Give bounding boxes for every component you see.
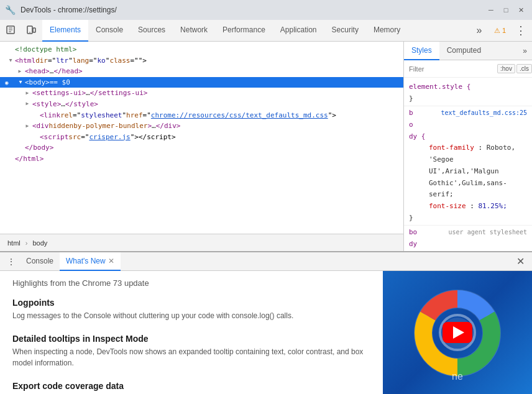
html-eq2c: " [106, 55, 110, 66]
devtools-icon: 🔧 [5, 5, 16, 15]
link-eq2: =" [143, 110, 151, 121]
css-selector-dy: dy { [409, 132, 426, 140]
close-bottom-panel-button[interactable]: ✕ [511, 255, 530, 267]
css-selector-element-style: element.style { [409, 83, 470, 91]
devtools-container: Elements Console Sources Network Perform… [0, 20, 532, 394]
tab-whats-new-close[interactable]: ✕ [108, 257, 114, 265]
tab-security[interactable]: Security [324, 20, 366, 42]
html-eq1c: " [68, 55, 73, 66]
css-rule-user-agent: bo user agent stylesheet dy { display : … [404, 226, 532, 251]
computed-tab[interactable]: Computed [439, 42, 488, 60]
device-toolbar-button[interactable] [22, 22, 40, 39]
user-agent-label: user agent stylesheet [449, 227, 527, 237]
warning-badge[interactable]: ⚠ 1 [490, 25, 510, 36]
tab-network[interactable]: Network [173, 20, 215, 42]
styles-more-button[interactable]: » [518, 47, 532, 55]
gutter-settings-ui[interactable]: ▶ [22, 89, 32, 98]
bottom-tab-menu-button[interactable]: ⋮ [2, 253, 20, 270]
head-tag: <head> [25, 66, 50, 77]
triangle-settings-ui: ▶ [26, 89, 29, 98]
tab-sources-label: Sources [138, 25, 165, 34]
css-close-brace-1: } [409, 94, 413, 103]
html-close-tag: </html> [15, 153, 44, 165]
html-line-div-hidden: ▶ <div hidden by-polymer-bundler > … </d… [0, 121, 403, 132]
script-src-val[interactable]: crisper.js [89, 132, 130, 143]
tab-security-label: Security [332, 25, 359, 34]
hov-pseudo-button[interactable]: :hov [497, 64, 515, 73]
html-line-body[interactable]: ◉ ▶ <body> == $0 [0, 77, 403, 88]
css-prop-font-size: font-size [419, 202, 466, 210]
top-nav: Elements Console Sources Network Perform… [0, 20, 532, 42]
gutter-style[interactable]: ▶ [22, 100, 32, 108]
filter-input[interactable] [409, 65, 495, 73]
html-line-settings-ui: ▶ <settings-ui> … </settings-ui> [0, 88, 403, 99]
tab-sources[interactable]: Sources [131, 20, 173, 42]
html-line-doctype: <!doctype html> [0, 44, 403, 55]
feature-tooltips-title: Detailed tooltips in Inspect Mode [12, 334, 370, 344]
tab-whats-new[interactable]: What's New ✕ [60, 252, 121, 271]
gutter-body[interactable]: ▶ [15, 78, 25, 86]
whats-new-panel: Highlights from the Chrome 73 update Log… [0, 271, 532, 394]
tab-console-bottom[interactable]: Console [20, 252, 60, 271]
settings-button[interactable]: ⋮ [512, 22, 530, 39]
breadcrumb-body[interactable]: body [30, 238, 50, 248]
gutter-head[interactable]: ▶ [15, 68, 25, 76]
whats-new-content[interactable]: Highlights from the Chrome 73 update Log… [0, 271, 383, 394]
tab-performance[interactable]: Performance [215, 20, 273, 42]
css-prop-font-family: font-family [419, 144, 474, 152]
triangle-html: ▶ [6, 59, 14, 62]
triangle-head: ▶ [19, 68, 22, 76]
maximize-button[interactable]: □ [500, 4, 512, 16]
cls-pseudo-button[interactable]: .cls [516, 64, 532, 73]
css-content[interactable]: element.style { } b text_defaults_md.css… [404, 78, 532, 251]
main-area: <!doctype html> ▶ <html dir="ltr" lang="… [0, 42, 532, 251]
html-line-body-close: </body> [0, 142, 403, 153]
play-button[interactable] [443, 322, 472, 343]
tab-application-label: Application [280, 25, 317, 34]
feature-logpoints-desc: Log messages to the Console without clut… [12, 310, 370, 321]
svg-point-6 [29, 32, 30, 33]
tab-network-label: Network [180, 25, 208, 34]
tab-memory[interactable]: Memory [366, 20, 408, 42]
triangle-style: ▶ [26, 100, 29, 108]
link-attr-href-val[interactable]: chrome://resources/css/text_defaults_md.… [151, 110, 328, 121]
head-close-tag: </head> [53, 66, 82, 77]
inspect-element-button[interactable] [2, 22, 20, 39]
script-attr-src: src [68, 132, 81, 143]
close-button[interactable]: ✕ [515, 4, 527, 16]
div-attr-hidden: hidden [49, 121, 74, 132]
script-tag-open: <script [40, 132, 68, 143]
html-eq2: =" [89, 55, 97, 66]
css-val-font-family-3: UI',Arial,'Malgun [429, 167, 499, 175]
html-panel: <!doctype html> ▶ <html dir="ltr" lang="… [0, 42, 404, 251]
nav-icon-group [2, 22, 40, 39]
link-eq1: =" [73, 110, 81, 121]
gutter-html[interactable]: ▶ [5, 57, 15, 65]
link-attr-href: href [126, 110, 143, 121]
breadcrumb-sep: › [25, 239, 28, 247]
breadcrumb-html[interactable]: html [5, 238, 23, 248]
html-content[interactable]: <!doctype html> ▶ <html dir="ltr" lang="… [0, 42, 403, 234]
whats-new-video[interactable]: ne [383, 271, 532, 394]
more-tabs-button[interactable]: » [470, 22, 488, 39]
html-attr-dir: dir [35, 55, 48, 66]
svg-rect-5 [33, 28, 35, 32]
gutter-div[interactable]: ▶ [22, 122, 32, 131]
tab-whats-new-label: What's New [66, 257, 106, 265]
tab-elements[interactable]: Elements [42, 20, 88, 42]
filter-bar: :hov .cls + [404, 60, 532, 78]
tab-console[interactable]: Console [88, 20, 131, 42]
css-source-text-defaults[interactable]: text_defaults_md.css:25 [441, 108, 527, 118]
div-close: </div> [156, 121, 181, 132]
html-eq1: =" [48, 55, 56, 66]
styles-tab[interactable]: Styles [404, 42, 439, 60]
html-line-html-close: </html> [0, 153, 403, 165]
css-selector-bo: bo [409, 228, 417, 236]
breadcrumb: html › body [0, 234, 403, 251]
tab-console-bottom-label: Console [26, 257, 53, 265]
minimize-button[interactable]: ─ [485, 4, 497, 16]
tab-application[interactable]: Application [273, 20, 324, 42]
whats-new-title: Highlights from the Chrome 73 update [12, 278, 370, 288]
styles-tabs: Styles Computed » [404, 42, 532, 60]
head-ellipsis: … [50, 66, 54, 77]
